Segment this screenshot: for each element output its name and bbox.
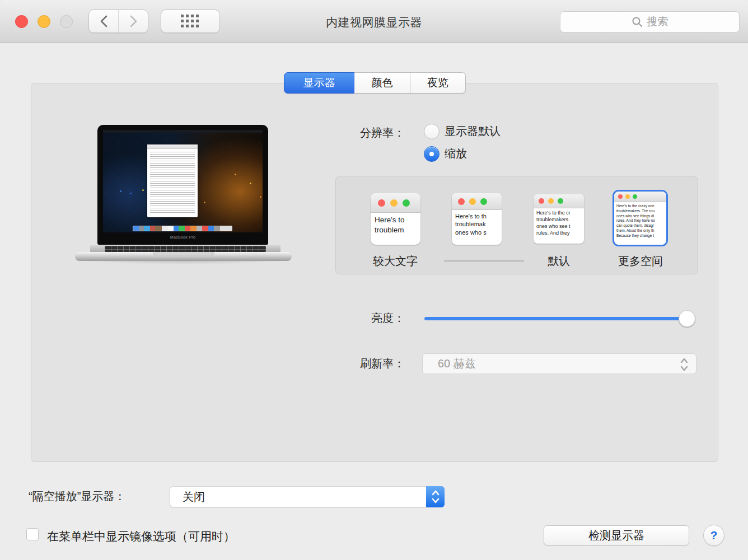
stepper-chevrons-icon — [679, 357, 689, 372]
mini-minimize-icon — [548, 198, 554, 204]
scaled-option-2[interactable]: Here's to th troublemak ones who s — [452, 193, 502, 245]
scaled-option-default[interactable]: Here's to the cr troublemakers. ones who… — [534, 194, 584, 244]
search-input[interactable]: 搜索 — [560, 11, 740, 32]
mini-zoom-icon — [480, 198, 487, 205]
detect-displays-button[interactable]: 检测显示器 — [544, 525, 689, 545]
resolution-option-scaled[interactable]: 缩放 — [424, 146, 501, 162]
tab-displays[interactable]: 显示器 — [284, 72, 354, 94]
mini-titlebar — [371, 193, 420, 213]
brightness-slider-thumb[interactable] — [679, 310, 695, 327]
resolution-option-default[interactable]: 显示器默认 — [424, 123, 501, 139]
radio-default-label: 显示器默认 — [445, 124, 501, 139]
resolution-radio-group: 显示器默认 缩放 — [424, 123, 501, 162]
mini-minimize-icon — [469, 198, 476, 205]
popup-chevrons-icon — [426, 486, 445, 507]
radio-scaled-label: 缩放 — [445, 146, 467, 161]
tab-night-shift[interactable]: 夜览 — [410, 72, 466, 94]
question-mark-icon: ? — [710, 529, 718, 542]
label-default: 默认 — [548, 254, 570, 269]
macbook-keyboard — [105, 246, 266, 252]
refresh-rate-popup: 60 赫兹 — [422, 353, 696, 374]
tab-bar: 显示器 颜色 夜览 — [284, 72, 466, 94]
tab-color[interactable]: 颜色 — [354, 72, 410, 94]
detect-displays-label: 检测显示器 — [588, 528, 644, 543]
search-icon — [632, 16, 643, 27]
brightness-label: 亮度： — [225, 311, 405, 326]
mini-window-text — [150, 152, 195, 214]
refresh-rate-value: 60 赫兹 — [438, 356, 476, 371]
macbook-caption: MacBook Pro — [97, 235, 268, 239]
mini-dock — [133, 226, 232, 231]
macbook-base — [75, 252, 292, 261]
radio-scaled[interactable] — [424, 146, 440, 162]
preview-text: Here's to th troublemak ones who s — [452, 210, 502, 236]
scale-connector-line — [444, 260, 524, 262]
mini-minimize-icon — [390, 199, 398, 207]
macbook-bezel: MacBook Pro — [97, 125, 268, 245]
mini-close-icon — [378, 199, 385, 207]
resolution-label: 分辨率： — [225, 125, 405, 141]
show-mirroring-options-label: 在菜单栏中显示镜像选项（可用时） — [47, 529, 235, 544]
mini-minimize-icon — [625, 194, 630, 199]
displays-tab-panel: MacBook Pro 分辨率： 显示器默认 缩放 — [31, 83, 718, 462]
mini-titlebar — [534, 194, 584, 208]
mini-zoom-icon — [558, 198, 563, 204]
brightness-slider[interactable] — [424, 310, 695, 327]
radio-default-for-display[interactable] — [424, 124, 440, 139]
airplay-display-popup[interactable]: 关闭 — [170, 486, 445, 507]
scaled-option-more-space[interactable]: Here's to the crazy one troublemakers. T… — [614, 192, 666, 245]
scaled-option-larger-text[interactable]: Here's to troublem — [371, 193, 420, 245]
scaled-resolution-box: Here's to troublem Here's to th troublem… — [335, 176, 698, 274]
macbook-lid-notch — [153, 252, 214, 255]
scaled-option-more-space-selected[interactable]: Here's to the crazy one troublemakers. T… — [613, 190, 668, 246]
mini-zoom-icon — [403, 199, 410, 207]
airplay-display-label: “隔空播放”显示器： — [29, 489, 125, 504]
label-larger-text: 较大文字 — [373, 254, 418, 269]
mini-window-titlebar — [147, 144, 198, 149]
show-mirroring-options-checkbox[interactable] — [26, 528, 39, 540]
preview-text: Here's to troublem — [371, 213, 420, 235]
help-button[interactable]: ? — [703, 525, 724, 546]
city-lights — [120, 190, 121, 192]
preview-text: Here's to the crazy one troublemakers. T… — [614, 202, 666, 238]
mini-close-icon — [618, 194, 623, 199]
mini-textedit-window — [147, 144, 198, 217]
preview-text: Here's to the cr troublemakers. ones who… — [534, 208, 584, 237]
mini-close-icon — [539, 198, 544, 204]
macbook-screen-wallpaper — [103, 130, 263, 232]
macbook-display-image: MacBook Pro — [72, 121, 294, 264]
toolbar: 内建视网膜显示器 搜索 — [0, 0, 748, 43]
airplay-display-value: 关闭 — [183, 489, 205, 505]
mini-titlebar — [614, 192, 666, 202]
search-placeholder: 搜索 — [647, 15, 668, 29]
mini-zoom-icon — [633, 194, 637, 199]
mini-close-icon — [458, 198, 465, 205]
refresh-rate-label: 刷新率： — [225, 356, 405, 371]
label-more-space: 更多空间 — [618, 254, 663, 269]
mini-titlebar — [452, 193, 502, 210]
brightness-slider-track[interactable] — [424, 317, 695, 320]
